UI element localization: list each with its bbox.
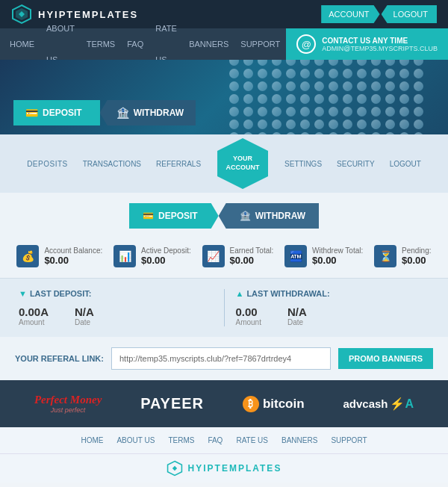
last-deposit-amount-value: 0.00A: [19, 305, 49, 318]
footer-nav: HOME ABOUT US TERMS FAQ RATE US BANNERS …: [0, 427, 448, 453]
withdraw-btn-label: WITHDRAW: [255, 211, 305, 221]
contact-box: @ CONTACT US ANY TIME ADMIN@TEMP35.MYSCR…: [286, 28, 448, 60]
stat-earned-total: 📈 Earned Total: $0.00: [202, 245, 274, 267]
tab-transactions[interactable]: TRANSACTIONS: [75, 152, 149, 176]
referral-label: YOUR REFERAL LINK:: [15, 354, 104, 363]
last-deposit-title: ▼ LAST DEPOSIT:: [19, 289, 213, 298]
footer-rate-us[interactable]: RATE US: [236, 436, 268, 444]
contact-email: ADMIN@TEMP35.MYSCRIPTS.CLUB: [322, 45, 438, 52]
nav: HOME ABOUT US TERMS FAQ RATE US BANNERS …: [0, 28, 448, 60]
footer-banners[interactable]: BANNERS: [281, 436, 317, 444]
nav-faq[interactable]: FAQ: [121, 28, 149, 60]
withdraw-btn-icon: 🏦: [240, 211, 251, 221]
pending-label: Pending:: [402, 246, 431, 255]
hero-withdraw-button[interactable]: 🏦 WITHDRAW: [100, 100, 196, 125]
bitcoin-circle-icon: ₿: [243, 396, 259, 412]
referral-input[interactable]: [111, 347, 331, 370]
contact-info: CONTACT US ANY TIME ADMIN@TEMP35.MYSCRIP…: [322, 37, 438, 52]
advcash-text: advcash: [343, 397, 388, 410]
last-withdrawal-date-label: Date: [287, 318, 307, 326]
last-deposit-date-value: N/A: [75, 305, 94, 318]
last-withdrawal-col: ▲ LAST WITHDRAWAL: 0.00 Amount N/A Date: [236, 289, 430, 326]
footer-about[interactable]: ABOUT US: [116, 436, 155, 444]
perfect-money: Perfect Money Just perfect: [34, 394, 102, 414]
last-withdrawal-title: ▲ LAST WITHDRAWAL:: [236, 289, 430, 298]
footer-logo-icon: [167, 460, 183, 477]
active-deposit-label: Active Deposit:: [141, 246, 191, 255]
footer-home[interactable]: HOME: [81, 436, 103, 444]
payeer: PAYEER: [140, 395, 204, 412]
header-actions: ACCOUNT LOGOUT: [321, 5, 437, 23]
tab-referrals[interactable]: REFERRALS: [149, 152, 208, 176]
payment-methods: Perfect Money Just perfect PAYEER ₿ bitc…: [0, 380, 448, 427]
deposit-button[interactable]: 💳 DEPOSIT: [129, 203, 219, 229]
footer-faq[interactable]: FAQ: [208, 436, 223, 444]
withdrew-value: $0.00: [312, 255, 363, 266]
last-deposit-col: ▼ LAST DEPOSIT: 0.00A Amount N/A Date: [19, 289, 213, 326]
hero-pattern: document.currentScript.parentElement.inn…: [229, 60, 426, 134]
withdrew-label: Withdrew Total:: [312, 246, 363, 255]
nav-terms[interactable]: TERMS: [81, 28, 122, 60]
pending-icon: ⏳: [374, 245, 396, 267]
nav-support[interactable]: SUPPORT: [234, 28, 286, 60]
footer-support[interactable]: SUPPORT: [331, 436, 367, 444]
last-deposit-data: 0.00A Amount N/A Date: [19, 305, 213, 326]
deposit-btn-label: DEPOSIT: [158, 211, 198, 221]
footer-terms[interactable]: TERMS: [168, 436, 194, 444]
withdrew-icon: 🏧: [284, 245, 307, 267]
last-section: ▼ LAST DEPOSIT: 0.00A Amount N/A Date ▲ …: [0, 279, 448, 337]
nav-banners[interactable]: BANNERS: [183, 28, 234, 60]
perfect-money-text: Perfect Money: [34, 394, 102, 406]
tab-security[interactable]: SECURITY: [329, 152, 382, 176]
withdrew-text: Withdrew Total: $0.00: [312, 246, 363, 266]
withdraw-button[interactable]: 🏦 WITHDRAW: [219, 203, 319, 229]
advcash: advcash ⚡A: [343, 397, 414, 411]
at-icon: @: [296, 34, 316, 54]
last-deposit-amount: 0.00A Amount: [19, 305, 49, 326]
hero-deposit-label: DEPOSIT: [43, 108, 82, 118]
stat-pending: ⏳ Pending: $0.00: [374, 245, 431, 267]
earned-value: $0.00: [230, 255, 274, 266]
account-tabs: DEPOSITS TRANSACTIONS REFERRALS YOUR ACC…: [0, 134, 448, 193]
promo-banners-button[interactable]: PROMO BANNERS: [338, 348, 433, 369]
arrow-up-icon: ▲: [236, 289, 244, 298]
deposit-icon: 💳: [25, 107, 38, 119]
stat-account-balance: 💰 Account Balance: $0.00: [16, 245, 102, 267]
active-deposit-text: Active Deposit: $0.00: [141, 246, 191, 266]
active-deposit-icon: 📊: [113, 245, 136, 267]
last-withdrawal-amount-value: 0.00: [236, 305, 261, 318]
balance-label: Account Balance:: [44, 246, 102, 255]
tab-logout[interactable]: LOGOUT: [382, 152, 429, 176]
perfect-money-sub: Just perfect: [34, 406, 102, 414]
earned-label: Earned Total:: [230, 246, 274, 255]
tab-settings[interactable]: SETTINGS: [277, 152, 329, 176]
last-deposit-title-text: LAST DEPOSIT:: [30, 289, 92, 298]
last-deposit-amount-label: Amount: [19, 318, 49, 326]
action-buttons-area: 💳 DEPOSIT 🏦 WITHDRAW: [0, 193, 448, 236]
balance-text: Account Balance: $0.00: [44, 246, 102, 266]
stat-withdrew-total: 🏧 Withdrew Total: $0.00: [284, 245, 363, 267]
advcash-icon: ⚡A: [390, 397, 414, 411]
last-deposit-date-label: Date: [75, 318, 94, 326]
stat-active-deposit: 📊 Active Deposit: $0.00: [113, 245, 191, 267]
section-divider: [224, 289, 225, 326]
your-account-line1: YOUR: [233, 155, 252, 164]
active-deposit-value: $0.00: [141, 255, 191, 266]
logout-button[interactable]: LOGOUT: [382, 5, 437, 23]
hero-deposit-button[interactable]: 💳 DEPOSIT: [13, 100, 100, 125]
earned-icon: 📈: [202, 245, 225, 267]
referral-section: YOUR REFERAL LINK: PROMO BANNERS: [0, 337, 448, 380]
hero-withdraw-label: WITHDRAW: [134, 108, 184, 118]
bitcoin-text: bitcoin: [263, 397, 305, 412]
tab-deposits[interactable]: DEPOSITS: [19, 152, 75, 176]
balance-icon: 💰: [16, 245, 39, 267]
last-deposit-date: N/A Date: [75, 305, 94, 326]
balance-value: $0.00: [44, 255, 102, 266]
last-withdrawal-date-value: N/A: [287, 305, 307, 318]
last-withdrawal-title-text: LAST WITHDRAWAL:: [246, 289, 329, 298]
account-button[interactable]: ACCOUNT: [321, 5, 379, 23]
nav-home[interactable]: HOME: [4, 28, 40, 60]
your-account-hex[interactable]: YOUR ACCOUNT: [217, 138, 268, 189]
hero-buttons: 💳 DEPOSIT 🏦 WITHDRAW: [13, 100, 196, 125]
arrow-down-icon: ▼: [19, 289, 27, 298]
